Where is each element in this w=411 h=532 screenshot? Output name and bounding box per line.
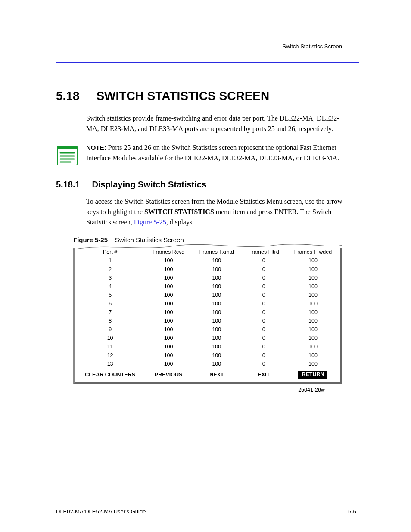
cell-frwded: 100 (286, 282, 340, 291)
page-footer: DLE02-MA/DLE52-MA User's Guide 5-61 (56, 508, 359, 515)
cell-frwded: 100 (286, 265, 340, 274)
table-row: 91001000100 (75, 325, 340, 334)
figure-id: 25041-26w (73, 387, 325, 393)
table-row: 41001000100 (75, 282, 340, 291)
header-rule (56, 62, 359, 63)
note-block: NOTE: Ports 25 and 26 on the Switch Stat… (56, 143, 359, 167)
cell-rcvd: 100 (145, 325, 192, 334)
table-row: 81001000100 (75, 317, 340, 325)
section-title: 5.18 SWITCH STATISTICS SCREEN (56, 89, 359, 103)
cell-frwded: 100 (286, 299, 340, 308)
table-header-row: Port # Frames Rcvd Frames Txmtd Frames F… (75, 248, 340, 256)
cell-frwded: 100 (286, 342, 340, 351)
table-row: 31001000100 (75, 274, 340, 282)
cell-rcvd: 100 (145, 256, 192, 265)
cell-txmtd: 100 (192, 256, 242, 265)
cell-frwded: 100 (286, 256, 340, 265)
note-text: NOTE: Ports 25 and 26 on the Switch Stat… (86, 143, 359, 163)
subsection-title: 5.18.1 Displaying Switch Statistics (56, 180, 359, 190)
cell-frwded: 100 (286, 308, 340, 317)
figure-panel: Port # Frames Rcvd Frames Txmtd Frames F… (73, 248, 342, 393)
cell-txmtd: 100 (192, 317, 242, 325)
cell-rcvd: 100 (145, 282, 192, 291)
cell-rcvd: 100 (145, 360, 192, 368)
table-row: 121001000100 (75, 351, 340, 360)
col-port: Port # (75, 248, 145, 256)
cell-port: 12 (75, 351, 145, 360)
note-label: NOTE: (86, 144, 106, 151)
figure-caption-number: Figure 5-25 (73, 236, 108, 243)
exit-button[interactable]: EXIT (242, 368, 286, 382)
cell-fltrd: 0 (242, 274, 286, 282)
cell-frwded: 100 (286, 351, 340, 360)
return-button[interactable]: RETURN (298, 371, 327, 379)
cell-port: 10 (75, 334, 145, 342)
cell-rcvd: 100 (145, 291, 192, 299)
cell-port: 8 (75, 317, 145, 325)
footer-right: 5-61 (348, 508, 359, 515)
footer-left: DLE02-MA/DLE52-MA User's Guide (56, 508, 146, 515)
body-paragraph-2: To access the Switch Statistics screen f… (56, 196, 359, 227)
cell-port: 13 (75, 360, 145, 368)
figure-link[interactable]: Figure 5-25 (134, 218, 166, 226)
cell-fltrd: 0 (242, 256, 286, 265)
cell-fltrd: 0 (242, 317, 286, 325)
cell-frwded: 100 (286, 325, 340, 334)
cell-txmtd: 100 (192, 325, 242, 334)
figure-caption: Figure 5-25 Switch Statistics Screen (56, 236, 359, 243)
cell-frwded: 100 (286, 274, 340, 282)
cell-txmtd: 100 (192, 274, 242, 282)
cell-port: 9 (75, 325, 145, 334)
cell-port: 4 (75, 282, 145, 291)
cell-txmtd: 100 (192, 308, 242, 317)
cell-fltrd: 0 (242, 265, 286, 274)
col-rcvd: Frames Rcvd (145, 248, 192, 256)
cell-rcvd: 100 (145, 342, 192, 351)
col-txmtd: Frames Txmtd (192, 248, 242, 256)
cell-fltrd: 0 (242, 299, 286, 308)
cell-fltrd: 0 (242, 325, 286, 334)
cell-txmtd: 100 (192, 265, 242, 274)
cell-port: 2 (75, 265, 145, 274)
cell-rcvd: 100 (145, 334, 192, 342)
subsection-number: 5.18.1 (56, 180, 80, 189)
figure-caption-text: Switch Statistics Screen (115, 236, 184, 243)
cell-txmtd: 100 (192, 299, 242, 308)
cell-frwded: 100 (286, 334, 340, 342)
svg-rect-1 (57, 146, 77, 149)
table-row: 51001000100 (75, 291, 340, 299)
cell-txmtd: 100 (192, 360, 242, 368)
clear-counters-button[interactable]: CLEAR COUNTERS (75, 368, 145, 382)
note-body: Ports 25 and 26 on the Switch Statistics… (86, 144, 339, 162)
table-row: 61001000100 (75, 299, 340, 308)
table-row: 131001000100 (75, 360, 340, 368)
next-button[interactable]: NEXT (192, 368, 242, 382)
intro-paragraph: Switch statistics provide frame-switchin… (56, 113, 359, 134)
previous-button[interactable]: PREVIOUS (145, 368, 192, 382)
col-frwded: Frames Frwded (286, 248, 340, 256)
cell-txmtd: 100 (192, 291, 242, 299)
cell-port: 11 (75, 342, 145, 351)
cell-frwded: 100 (286, 317, 340, 325)
cell-port: 1 (75, 256, 145, 265)
cell-txmtd: 100 (192, 282, 242, 291)
cell-rcvd: 100 (145, 308, 192, 317)
table-row: 11001000100 (75, 256, 340, 265)
cell-txmtd: 100 (192, 351, 242, 360)
table-row: 111001000100 (75, 342, 340, 351)
cell-port: 7 (75, 308, 145, 317)
cell-fltrd: 0 (242, 342, 286, 351)
cell-fltrd: 0 (242, 334, 286, 342)
cell-rcvd: 100 (145, 317, 192, 325)
cell-fltrd: 0 (242, 282, 286, 291)
table-row: 101001000100 (75, 334, 340, 342)
notepad-icon (56, 143, 78, 167)
statistics-table: Port # Frames Rcvd Frames Txmtd Frames F… (75, 248, 340, 382)
cell-rcvd: 100 (145, 265, 192, 274)
cell-txmtd: 100 (192, 334, 242, 342)
cell-fltrd: 0 (242, 360, 286, 368)
cell-port: 6 (75, 299, 145, 308)
subsection-name: Displaying Switch Statistics (92, 180, 206, 189)
cell-port: 5 (75, 291, 145, 299)
cell-rcvd: 100 (145, 274, 192, 282)
